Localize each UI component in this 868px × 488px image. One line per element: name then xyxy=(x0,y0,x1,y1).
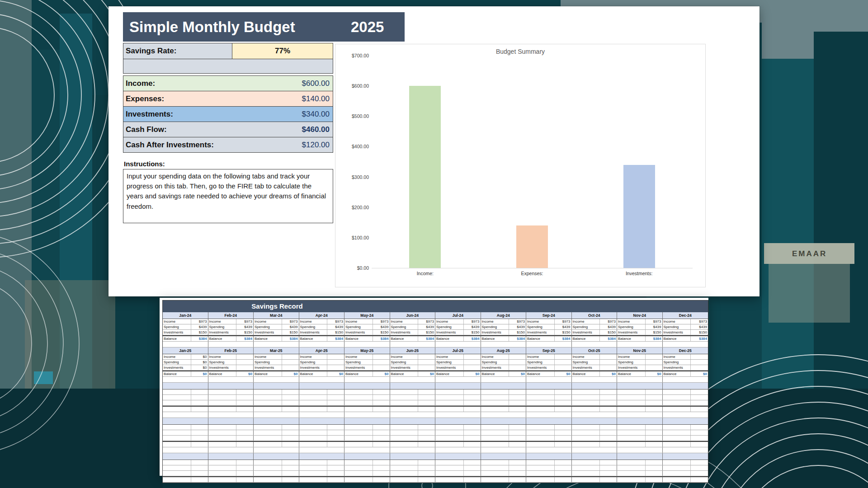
sr-label-cell[interactable] xyxy=(663,407,691,412)
sr-label-cell[interactable] xyxy=(208,430,237,435)
sr-value-cell[interactable] xyxy=(555,395,572,400)
sr-value-cell[interactable]: $439 xyxy=(646,324,663,329)
sr-label-cell[interactable]: Spending xyxy=(163,360,191,365)
sr-month-header-cell[interactable] xyxy=(572,418,618,424)
sr-value-cell[interactable] xyxy=(646,465,663,470)
sr-value-cell[interactable] xyxy=(691,465,708,470)
sr-label-cell[interactable]: Spending xyxy=(344,360,373,365)
sr-month-header-cell[interactable] xyxy=(526,418,572,424)
sr-label-cell[interactable] xyxy=(390,436,419,441)
sr-value-cell[interactable] xyxy=(646,354,663,359)
sr-label-cell[interactable] xyxy=(344,436,373,441)
sr-value-cell[interactable] xyxy=(600,425,617,430)
sr-label-cell[interactable] xyxy=(254,460,282,465)
sr-value-cell[interactable] xyxy=(600,465,617,470)
sr-label-cell[interactable] xyxy=(526,425,555,430)
sr-label-cell[interactable]: Investments xyxy=(572,365,600,370)
sr-label-cell[interactable]: Income xyxy=(617,319,646,324)
sr-value-cell[interactable] xyxy=(509,442,526,447)
sr-label-cell[interactable]: Income xyxy=(208,354,237,359)
sr-label-cell[interactable] xyxy=(481,395,509,400)
sr-label-cell[interactable] xyxy=(208,460,237,465)
sr-label-cell[interactable]: Income xyxy=(344,354,373,359)
sr-label-cell[interactable]: Spending xyxy=(299,324,328,329)
sr-value-cell[interactable] xyxy=(282,425,299,430)
sr-label-cell[interactable] xyxy=(435,395,464,400)
sr-value-cell[interactable] xyxy=(327,425,344,430)
sr-label-cell[interactable]: Spending xyxy=(299,360,328,365)
sr-value-cell[interactable] xyxy=(373,465,390,470)
sr-label-cell[interactable]: Investments xyxy=(435,330,464,335)
sr-value-cell[interactable] xyxy=(327,477,344,482)
sr-label-cell[interactable] xyxy=(208,465,237,470)
sr-label-cell[interactable] xyxy=(344,400,373,405)
sr-label-cell[interactable] xyxy=(344,407,373,412)
sr-value-cell[interactable] xyxy=(646,360,663,365)
sr-value-cell[interactable] xyxy=(509,471,526,476)
sr-month-header-cell[interactable]: Oct-24 xyxy=(572,312,618,319)
sr-value-cell[interactable] xyxy=(236,442,254,447)
sr-value-cell[interactable]: $150 xyxy=(282,330,299,335)
sr-label-cell[interactable]: Income xyxy=(481,319,509,324)
sr-label-cell[interactable] xyxy=(254,425,282,430)
sr-label-cell[interactable]: Investments xyxy=(617,330,646,335)
sr-value-cell[interactable] xyxy=(646,395,663,400)
sr-label-cell[interactable] xyxy=(208,442,237,447)
sr-label-cell[interactable] xyxy=(617,389,646,394)
sr-label-cell[interactable] xyxy=(390,407,419,412)
sr-label-cell[interactable]: Balance xyxy=(481,371,509,376)
sr-value-cell[interactable] xyxy=(236,389,254,394)
sr-label-cell[interactable] xyxy=(344,442,373,447)
sr-value-cell[interactable] xyxy=(600,365,617,370)
sr-value-cell[interactable]: $973 xyxy=(691,319,708,324)
sr-value-cell[interactable] xyxy=(373,436,390,441)
sr-value-cell[interactable] xyxy=(600,430,617,435)
sr-value-cell[interactable] xyxy=(191,465,208,470)
sr-value-cell[interactable] xyxy=(282,407,299,412)
sr-label-cell[interactable]: Balance xyxy=(208,371,237,376)
sr-label-cell[interactable] xyxy=(435,465,464,470)
sr-value-cell[interactable] xyxy=(555,400,572,405)
sr-label-cell[interactable]: Investments xyxy=(390,365,419,370)
sr-value-cell[interactable] xyxy=(373,365,390,370)
sr-value-cell[interactable] xyxy=(236,430,254,435)
sr-value-cell[interactable] xyxy=(509,360,526,365)
sr-value-cell[interactable]: $973 xyxy=(509,319,526,324)
sr-value-cell[interactable]: $0 xyxy=(418,371,435,376)
sr-label-cell[interactable] xyxy=(344,389,373,394)
sr-value-cell[interactable]: $439 xyxy=(236,324,254,329)
sr-label-cell[interactable] xyxy=(208,395,237,400)
sr-value-cell[interactable]: $0 xyxy=(191,371,208,376)
sr-value-cell[interactable] xyxy=(555,407,572,412)
sr-label-cell[interactable] xyxy=(526,460,555,465)
sr-value-cell[interactable]: $973 xyxy=(191,319,208,324)
sr-month-header-cell[interactable]: Apr-25 xyxy=(299,347,345,354)
sr-value-cell[interactable] xyxy=(464,477,481,482)
sr-month-header-cell[interactable] xyxy=(299,453,345,460)
sr-value-cell[interactable] xyxy=(236,465,254,470)
sr-label-cell[interactable] xyxy=(617,477,646,482)
sr-month-header-cell[interactable] xyxy=(163,418,208,424)
sr-value-cell[interactable] xyxy=(509,354,526,359)
sr-value-cell[interactable] xyxy=(691,436,708,441)
sr-month-header-cell[interactable]: Feb-24 xyxy=(208,312,254,319)
sr-value-cell[interactable] xyxy=(282,442,299,447)
sr-label-cell[interactable] xyxy=(481,389,509,394)
sr-label-cell[interactable]: Balance xyxy=(344,371,373,376)
sr-month-header-cell[interactable] xyxy=(254,418,299,424)
sr-month-header-cell[interactable] xyxy=(435,418,481,424)
sr-value-cell[interactable] xyxy=(509,460,526,465)
sr-value-cell[interactable] xyxy=(646,460,663,465)
sr-label-cell[interactable] xyxy=(344,471,373,476)
sr-label-cell[interactable] xyxy=(572,465,600,470)
sr-value-cell[interactable]: $973 xyxy=(327,319,344,324)
sr-value-cell[interactable] xyxy=(691,400,708,405)
sr-value-cell[interactable] xyxy=(691,425,708,430)
sr-label-cell[interactable] xyxy=(254,389,282,394)
sr-value-cell[interactable] xyxy=(464,442,481,447)
sr-label-cell[interactable] xyxy=(299,425,328,430)
sr-value-cell[interactable] xyxy=(373,407,390,412)
sr-value-cell[interactable] xyxy=(282,471,299,476)
sr-label-cell[interactable]: Investments xyxy=(254,330,282,335)
sr-label-cell[interactable]: Income xyxy=(163,354,191,359)
